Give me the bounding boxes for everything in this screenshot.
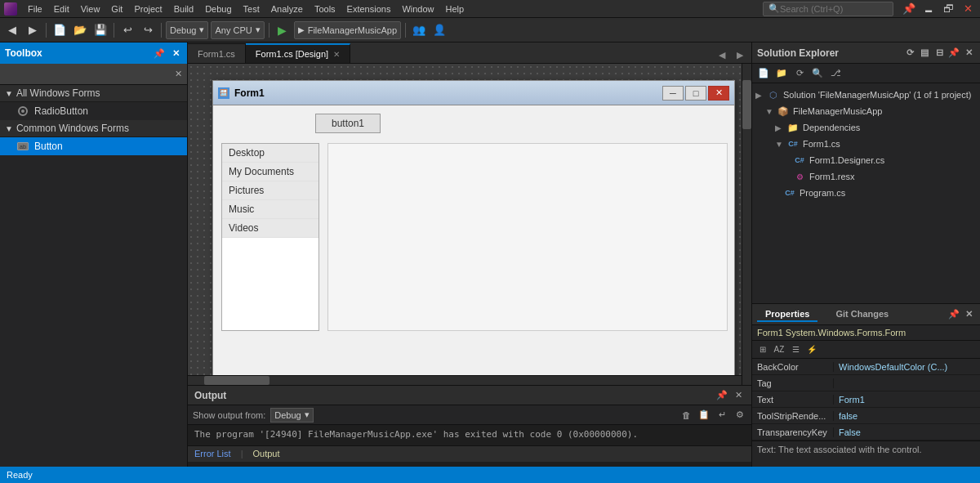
se-collapse-icon[interactable]: ⊟ [933, 47, 946, 60]
se-sync-icon[interactable]: ⟳ [903, 47, 916, 60]
close-button[interactable]: ✕ [959, 0, 977, 18]
props-row-text[interactable]: Text Form1 [752, 391, 980, 408]
center-area: Form1.cs Form1.cs [Design] ✕ ◀ ▶ 🪟 [188, 42, 751, 467]
toolbox-close-icon[interactable]: ✕ [169, 47, 182, 60]
form-minimize-btn[interactable]: ─ [662, 86, 684, 101]
show-output-from-label: Show output from: [193, 410, 265, 420]
global-search-input[interactable] [780, 4, 893, 14]
props-category-btn[interactable]: ⊞ [755, 342, 770, 357]
props-row-tag[interactable]: Tag [752, 375, 980, 391]
menu-debug[interactable]: Debug [200, 2, 236, 16]
listbox-item-pictures[interactable]: Pictures [222, 181, 318, 200]
se-item-programcs[interactable]: C# Program.cs [752, 185, 980, 201]
se-close-icon[interactable]: ✕ [962, 47, 975, 60]
listbox-item-desktop[interactable]: Desktop [222, 144, 318, 163]
menu-view[interactable]: View [76, 2, 105, 16]
menu-test[interactable]: Test [238, 2, 265, 16]
project-dropdown[interactable]: ▶ FileManagerMusicApp [294, 21, 401, 39]
listbox-item-videos[interactable]: Videos [222, 219, 318, 238]
props-row-transparencykey[interactable]: TransparencyKey False [752, 424, 980, 441]
form-button1[interactable]: button1 [315, 114, 381, 133]
new-btn[interactable]: 📄 [51, 21, 69, 39]
se-item-form1designer[interactable]: C# Form1.Designer.cs [752, 152, 980, 168]
forward-btn[interactable]: ▶ [24, 21, 42, 39]
status-bar: Ready [0, 467, 980, 483]
menu-tools[interactable]: Tools [310, 2, 341, 16]
props-row-toolstrip[interactable]: ToolStripRende... false [752, 408, 980, 424]
output-copy-icon[interactable]: 📋 [697, 409, 710, 422]
props-row-backcolor[interactable]: BackColor WindowsDefaultColor (C...) [752, 359, 980, 375]
error-list-link[interactable]: Error List [194, 449, 231, 458]
menu-git[interactable]: Git [106, 2, 127, 16]
menu-edit[interactable]: Edit [49, 2, 74, 16]
se-filter-icon[interactable]: ▤ [918, 47, 931, 60]
toolbox-search-clear[interactable]: ✕ [175, 69, 182, 79]
form-close-btn[interactable]: ✕ [708, 86, 729, 101]
tab-close-icon[interactable]: ✕ [333, 50, 340, 59]
category-all-windows-forms[interactable]: ▼ All Windows Forms [0, 85, 187, 102]
menu-window[interactable]: Window [397, 2, 439, 16]
props-events-btn[interactable]: ⚡ [804, 342, 819, 357]
pin-button[interactable]: 📌 [900, 0, 918, 18]
output-wrap-icon[interactable]: ↵ [715, 409, 728, 422]
se-refresh-btn[interactable]: ⟳ [791, 65, 808, 82]
se-new-folder-btn[interactable]: 📁 [773, 65, 790, 82]
se-item-project[interactable]: ▼ 📦 FileManagerMusicApp [752, 103, 980, 119]
cpu-dropdown[interactable]: Any CPU ▾ [211, 21, 264, 39]
tab-form1cs[interactable]: Form1.cs [188, 43, 246, 63]
toolbox-item-radiobutton[interactable]: RadioButton [0, 102, 187, 120]
se-search-btn[interactable]: 🔍 [809, 65, 826, 82]
minimize-button[interactable]: 🗕 [920, 0, 938, 18]
git-changes-tab[interactable]: Git Changes [827, 307, 897, 322]
se-item-form1resx[interactable]: ⚙ Form1.resx [752, 168, 980, 185]
form-maximize-btn[interactable]: □ [685, 86, 706, 101]
output-source-dropdown[interactable]: Debug ▾ [270, 408, 313, 423]
se-git-btn[interactable]: ⎇ [827, 65, 844, 82]
run-button[interactable]: ▶ [274, 21, 292, 39]
se-new-file-btn[interactable]: 📄 [755, 65, 772, 82]
menu-help[interactable]: Help [441, 2, 470, 16]
properties-tab[interactable]: Properties [757, 307, 817, 322]
menu-project[interactable]: Project [129, 2, 167, 16]
back-btn[interactable]: ◀ [3, 21, 21, 39]
menu-extensions[interactable]: Extensions [342, 2, 396, 16]
toolbox-pin-icon[interactable]: 📌 [153, 47, 166, 60]
listbox-item-music[interactable]: Music [222, 200, 318, 219]
se-item-dependencies[interactable]: ▶ 📁 Dependencies [752, 119, 980, 136]
category-common-windows-forms[interactable]: ▼ Common Windows Forms [0, 120, 187, 137]
props-close-icon[interactable]: ✕ [962, 308, 975, 321]
redo-btn[interactable]: ↪ [139, 21, 157, 39]
debug-config-dropdown[interactable]: Debug ▾ [166, 21, 208, 39]
toolbox-search-input[interactable]: button [5, 69, 172, 80]
tab-form1-design[interactable]: Form1.cs [Design] ✕ [246, 43, 350, 63]
output-filter-icon[interactable]: ⚙ [733, 409, 746, 422]
props-pin-icon[interactable]: 📌 [947, 308, 960, 321]
toolbox-item-button[interactable]: ab Button [0, 137, 187, 155]
output-link[interactable]: Output [252, 449, 279, 458]
open-btn[interactable]: 📂 [71, 21, 89, 39]
output-close-icon[interactable]: ✕ [732, 389, 745, 402]
se-item-solution[interactable]: ▶ ⬡ Solution 'FileManagerMusicApp' (1 of… [752, 87, 980, 103]
listbox-item-mydocs[interactable]: My Documents [222, 163, 318, 181]
save-btn[interactable]: 💾 [91, 21, 109, 39]
output-pin-icon[interactable]: 📌 [715, 389, 728, 402]
designer-hscrollbar[interactable] [188, 375, 742, 385]
se-item-form1cs[interactable]: ▼ C# Form1.cs [752, 136, 980, 152]
dependencies-label: Dependencies [803, 123, 860, 132]
menu-file[interactable]: File [23, 2, 47, 16]
undo-btn[interactable]: ↩ [118, 21, 136, 39]
tab-scroll-right[interactable]: ▶ [732, 47, 748, 63]
menu-analyze[interactable]: Analyze [266, 2, 308, 16]
account-btn[interactable]: 👤 [430, 21, 448, 39]
props-alpha-btn[interactable]: AZ [772, 342, 786, 357]
maximize-button[interactable]: 🗗 [939, 0, 957, 18]
output-clear-icon[interactable]: 🗑 [679, 409, 693, 422]
tab-scroll-left[interactable]: ◀ [714, 47, 730, 63]
designer-canvas[interactable]: 🪟 Form1 ─ □ ✕ button1 [188, 64, 751, 385]
designer-scrollbar[interactable] [742, 64, 751, 385]
props-props-btn[interactable]: ☰ [788, 342, 803, 357]
live-share-btn[interactable]: 👥 [410, 21, 428, 39]
menu-build[interactable]: Build [169, 2, 198, 16]
category-common-label: Common Windows Forms [16, 123, 129, 134]
se-pin-icon[interactable]: 📌 [947, 47, 960, 60]
